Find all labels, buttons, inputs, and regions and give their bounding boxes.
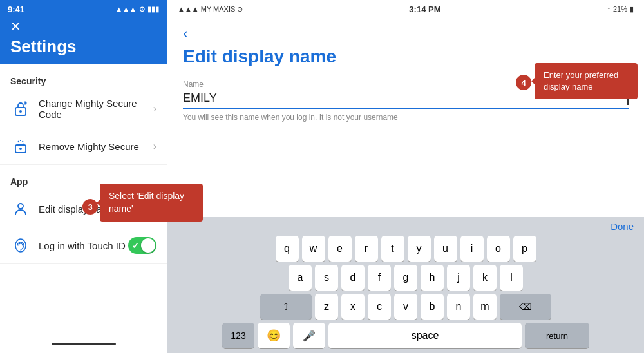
key-l[interactable]: l <box>500 265 523 291</box>
key-emoji[interactable]: 😊 <box>258 323 290 348</box>
close-icon: ✕ <box>10 19 21 33</box>
close-button[interactable]: ✕ <box>10 19 167 34</box>
key-h[interactable]: h <box>421 265 444 291</box>
lock-remove-icon <box>10 136 31 157</box>
callout-4: Enter your preferred display name <box>535 63 638 99</box>
back-button[interactable]: ‹ <box>183 24 188 43</box>
touch-id-toggle[interactable]: ✓ <box>128 237 156 254</box>
key-j[interactable]: j <box>447 265 470 291</box>
fingerprint-icon <box>10 235 31 256</box>
status-time: 9:41 <box>8 5 24 14</box>
status-icons: ▲▲▲ ⊙ ▮▮▮ <box>115 5 159 14</box>
right-battery: ↑ 21% ▮ <box>607 5 634 14</box>
person-icon <box>10 198 31 219</box>
settings-header: 9:41 ▲▲▲ ⊙ ▮▮▮ ✕ Settings <box>0 0 167 64</box>
key-w[interactable]: w <box>302 236 325 262</box>
wifi-icon: ⊙ <box>139 5 145 14</box>
key-row-1: q w e r t y u i o p <box>170 236 641 262</box>
key-x[interactable]: x <box>341 294 365 320</box>
callout-3: Select 'Edit display name' <box>100 184 203 222</box>
menu-item-remove-secure[interactable]: Remove Mighty Secure › <box>0 128 167 165</box>
key-g[interactable]: g <box>394 265 417 291</box>
keyboard: Done q w e r t y u i o p a s d f g <box>167 217 644 353</box>
key-backspace[interactable]: ⌫ <box>500 294 551 320</box>
wifi-right-icon: ⊙ <box>237 5 243 13</box>
key-r[interactable]: r <box>355 236 378 262</box>
key-f[interactable]: f <box>368 265 391 291</box>
right-panel: ▲▲▲ MY MAXIS ⊙ 3:14 PM ↑ 21% ▮ ‹ Edit di… <box>167 0 644 353</box>
remove-secure-label: Remove Mighty Secure <box>39 141 153 152</box>
menu-item-change-secure-code[interactable]: Change Mighty Secure Code › <box>0 90 167 128</box>
svg-point-1 <box>19 110 22 113</box>
step-4-bubble: 4 <box>516 75 531 90</box>
key-s[interactable]: s <box>315 265 338 291</box>
lock-change-icon <box>10 99 31 119</box>
key-n[interactable]: n <box>447 294 470 320</box>
home-indicator <box>52 343 116 345</box>
battery-bar: ▮ <box>630 5 634 14</box>
key-t[interactable]: t <box>381 236 404 262</box>
security-section-label: Security <box>0 64 167 90</box>
keyboard-rows: q w e r t y u i o p a s d f g h j k <box>167 233 644 353</box>
key-i[interactable]: i <box>460 236 484 262</box>
signal-icon: ▲▲▲ <box>115 5 137 13</box>
svg-point-4 <box>18 204 23 209</box>
checkmark-icon: ✓ <box>132 241 139 251</box>
key-k[interactable]: k <box>473 265 497 291</box>
key-z[interactable]: z <box>315 294 338 320</box>
right-status-bar: ▲▲▲ MY MAXIS ⊙ 3:14 PM ↑ 21% ▮ <box>167 0 644 18</box>
battery-icon: ▮▮▮ <box>147 5 159 14</box>
key-u[interactable]: u <box>434 236 457 262</box>
touch-id-label: Log in with Touch ID <box>39 240 128 251</box>
menu-item-touch-id[interactable]: Log in with Touch ID ✓ <box>0 227 167 264</box>
signal-dots: ▲▲▲ <box>178 5 201 13</box>
left-panel: 9:41 ▲▲▲ ⊙ ▮▮▮ ✕ Settings Security Chang… <box>0 0 167 353</box>
chevron-icon-1: › <box>153 140 156 152</box>
key-p[interactable]: p <box>513 236 536 262</box>
key-a[interactable]: a <box>289 265 312 291</box>
key-c[interactable]: c <box>368 294 391 320</box>
change-secure-code-label: Change Mighty Secure Code <box>39 98 153 120</box>
battery-pct: ↑ <box>607 5 611 13</box>
key-m[interactable]: m <box>473 294 497 320</box>
key-space[interactable]: space <box>328 323 522 348</box>
key-123[interactable]: 123 <box>222 323 254 348</box>
key-row-2: a s d f g h j k l <box>170 265 641 291</box>
field-hint: You will see this name when you log in. … <box>183 113 629 122</box>
toggle-knob <box>141 238 155 253</box>
chevron-icon-0: › <box>153 103 156 115</box>
right-time: 3:14 PM <box>409 5 440 14</box>
key-mic[interactable]: 🎤 <box>293 323 325 348</box>
status-bar-left: 9:41 ▲▲▲ ⊙ ▮▮▮ <box>0 0 167 18</box>
done-button[interactable]: Done <box>611 221 634 232</box>
key-b[interactable]: b <box>421 294 444 320</box>
carrier-label: ▲▲▲ MY MAXIS ⊙ <box>178 5 243 14</box>
settings-title: Settings <box>10 37 167 57</box>
toggle-switch[interactable]: ✓ <box>128 237 156 254</box>
key-q[interactable]: q <box>276 236 299 262</box>
key-y[interactable]: y <box>408 236 431 262</box>
key-v[interactable]: v <box>394 294 417 320</box>
keyboard-done-bar: Done <box>167 217 644 233</box>
svg-point-3 <box>19 148 22 150</box>
key-e[interactable]: e <box>328 236 352 262</box>
key-o[interactable]: o <box>487 236 510 262</box>
key-return[interactable]: return <box>525 323 589 348</box>
key-d[interactable]: d <box>341 265 365 291</box>
key-row-3: ⇧ z x c v b n m ⌫ <box>170 294 641 320</box>
key-shift[interactable]: ⇧ <box>260 294 312 320</box>
key-row-4: 123 😊 🎤 space return <box>170 323 641 348</box>
